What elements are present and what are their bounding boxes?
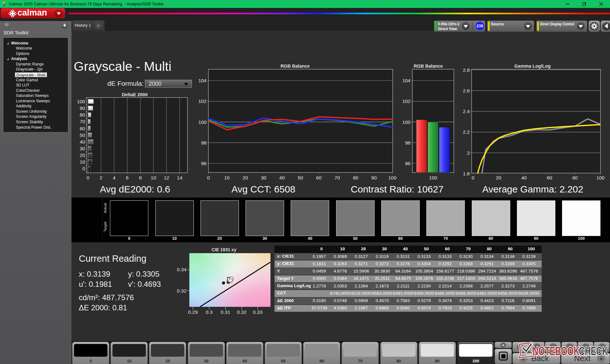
svg-text:80: 80 [80,112,85,118]
svg-text:Contrast Ratio: 10627: Contrast Ratio: 10627 [351,184,444,194]
svg-text:40: 40 [80,139,85,145]
svg-text:50: 50 [80,132,85,138]
svg-text:RGB Balance: RGB Balance [414,64,443,69]
svg-text:Gamma Log/Log: Gamma Log/Log [514,64,551,69]
svg-text:30: 30 [80,146,85,151]
svg-text:12: 12 [164,175,169,180]
svg-text:RGB Balance: RGB Balance [281,64,310,69]
svg-text:90: 90 [80,105,85,111]
svg-text:100: 100 [429,175,437,180]
svg-text:80: 80 [572,175,578,180]
svg-text:104: 104 [198,78,207,83]
svg-text:100: 100 [388,175,396,180]
svg-text:100: 100 [596,175,605,180]
svg-text:60: 60 [80,126,85,131]
svg-text:40: 40 [279,175,285,180]
svg-text:0.32: 0.32 [237,309,247,315]
svg-text:1.8: 1.8 [463,171,470,176]
svg-text:60: 60 [547,175,552,180]
svg-text:0: 0 [86,175,89,180]
svg-text:0.31: 0.31 [221,309,230,315]
svg-text:Avg dE2000: 0.6: Avg dE2000: 0.6 [100,184,170,194]
svg-text:10: 10 [80,159,85,165]
svg-text:0.34: 0.34 [177,267,187,272]
svg-text:20: 20 [496,175,501,180]
svg-text:NOTEBOOK: NOTEBOOK [532,345,580,358]
svg-text:70: 70 [335,175,340,180]
svg-text:2.6: 2.6 [463,88,470,93]
svg-text:102: 102 [402,98,410,104]
svg-text:20: 20 [242,175,248,180]
svg-text:Avg CCT: 6508: Avg CCT: 6508 [231,184,295,194]
svg-text:70: 70 [80,119,85,124]
svg-text:6: 6 [126,175,129,180]
svg-text:2: 2 [467,150,470,156]
svg-text:2: 2 [100,175,103,180]
svg-text:40: 40 [521,175,527,180]
svg-text:104: 104 [402,78,410,83]
svg-text:14: 14 [177,175,183,180]
svg-text:CIE 1931 xy: CIE 1931 xy [212,247,236,252]
svg-text:98: 98 [201,140,207,145]
svg-text:2.4: 2.4 [463,109,470,114]
svg-text:96: 96 [405,161,410,166]
svg-text:100: 100 [77,99,85,104]
svg-text:10: 10 [224,175,230,180]
svg-text:20: 20 [80,152,85,158]
svg-text:60: 60 [316,175,322,180]
svg-text:98: 98 [405,140,410,145]
svg-text:0: 0 [207,175,210,180]
svg-text:102: 102 [198,98,207,104]
svg-text:10: 10 [151,175,156,180]
svg-text:80: 80 [353,175,359,180]
svg-text:0.3: 0.3 [206,309,213,315]
svg-text:30: 30 [261,175,267,180]
svg-text:0.32: 0.32 [177,288,186,293]
svg-text:100: 100 [198,119,207,125]
svg-text:DeltaE 2000: DeltaE 2000 [122,92,147,97]
svg-text:0.33: 0.33 [253,309,262,315]
svg-text:0: 0 [82,166,85,171]
svg-text:8: 8 [139,175,142,180]
svg-text:0: 0 [471,175,474,180]
svg-text:50: 50 [298,175,303,180]
svg-text:96: 96 [201,161,207,166]
svg-text:2.2: 2.2 [463,129,470,135]
svg-text:0.29: 0.29 [188,309,198,315]
svg-text:100: 100 [402,119,410,125]
svg-text:4: 4 [113,175,116,180]
svg-text:Average Gamma: 2.202: Average Gamma: 2.202 [482,184,583,194]
svg-text:90: 90 [371,175,377,180]
svg-text:2.8: 2.8 [463,67,470,73]
svg-text:CHECK: CHECK [579,345,608,358]
